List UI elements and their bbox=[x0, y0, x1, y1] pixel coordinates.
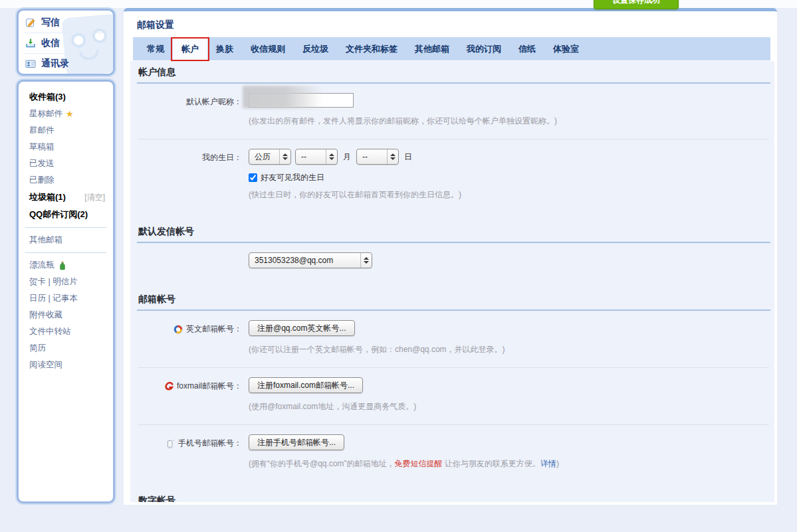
folder-drafts-label: 草稿箱 bbox=[29, 141, 55, 153]
contacts-button[interactable]: 通讯录 bbox=[19, 54, 113, 74]
nickname-row: 默认帐户昵称： bbox=[130, 93, 774, 108]
birthday-row: 我的生日： 公历 -- 月 -- 日 bbox=[130, 149, 774, 165]
select-stepper-icon bbox=[360, 253, 372, 268]
nickname-help-text: (你发出的所有邮件，发件人将显示你的邮箱昵称，你还可以给每个帐户单独设置昵称。) bbox=[249, 116, 774, 127]
select-stepper-icon bbox=[387, 149, 398, 164]
birth-day-value: -- bbox=[357, 149, 387, 164]
calendar-type-select[interactable]: 公历 bbox=[249, 149, 291, 165]
folder-subscriptions-label: QQ邮件订阅(2) bbox=[29, 209, 88, 221]
folder-group-mail[interactable]: 群邮件 bbox=[19, 122, 113, 139]
birthday-visible-label: 好友可见我的生日 bbox=[261, 172, 324, 183]
receive-mail-button[interactable]: 收信 bbox=[19, 33, 113, 53]
birth-month-value: -- bbox=[296, 149, 326, 164]
folder-other-mailboxes[interactable]: 其他邮箱 bbox=[19, 232, 113, 248]
select-stepper-icon bbox=[326, 149, 337, 164]
folder-starred[interactable]: 星标邮件★ bbox=[19, 106, 113, 122]
mobile-help-prefix: (拥有“你的手机号@qq.com”的邮箱地址， bbox=[249, 459, 395, 468]
empty-trash-link[interactable]: [清空] bbox=[84, 192, 105, 203]
app-reading-space[interactable]: 阅读空间 bbox=[19, 357, 113, 373]
section-number-account-title: 数字帐号 bbox=[137, 486, 770, 502]
tab-other-mailboxes[interactable]: 其他邮箱 bbox=[406, 37, 458, 60]
default-sender-row: 3513053238@qq.com bbox=[130, 252, 774, 268]
contacts-card-icon bbox=[25, 58, 36, 69]
tab-anti-spam[interactable]: 反垃圾 bbox=[294, 37, 337, 60]
tab-my-subscriptions[interactable]: 我的订阅 bbox=[458, 37, 510, 60]
app-calendar-notes[interactable]: 日历 | 记事本 bbox=[19, 290, 113, 307]
tab-stationery[interactable]: 信纸 bbox=[510, 37, 544, 60]
tab-account[interactable]: 帐户 bbox=[173, 37, 207, 60]
foxmail-account-row: foxmail邮箱帐号： 注册foxmail.com邮箱帐号... bbox=[130, 377, 774, 393]
divider bbox=[138, 424, 769, 425]
birthday-visible-checkbox[interactable] bbox=[249, 173, 257, 182]
english-account-label: 英文邮箱帐号： bbox=[186, 323, 242, 335]
folder-sent-label: 已发送 bbox=[29, 158, 55, 169]
tab-folders-labels[interactable]: 文件夹和标签 bbox=[337, 37, 406, 60]
foxmail-account-help-text: (使用@foxmail.com地址，沟通更显商务气质。) bbox=[249, 401, 774, 412]
tab-lab[interactable]: 体验室 bbox=[544, 37, 588, 60]
app-reading-label: 阅读空间 bbox=[29, 359, 62, 371]
tab-receive-rules[interactable]: 收信规则 bbox=[242, 37, 294, 60]
section-mail-accounts-title: 邮箱帐号 bbox=[137, 284, 770, 311]
drift-bottle-icon bbox=[58, 261, 67, 270]
app-resume-label: 简历 bbox=[29, 343, 46, 354]
app-drift-bottle[interactable]: 漂流瓶 bbox=[19, 257, 113, 274]
foxmail-logo-icon bbox=[164, 382, 173, 391]
default-sender-select[interactable]: 3513053238@qq.com bbox=[249, 252, 372, 268]
app-resume[interactable]: 简历 bbox=[19, 340, 113, 357]
folder-inbox[interactable]: 收件箱(3) bbox=[19, 88, 113, 106]
birthday-help-text: (快过生日时，你的好友可以在邮箱首页看到你的生日信息。) bbox=[249, 189, 774, 201]
details-link[interactable]: 详情 bbox=[540, 459, 556, 468]
mobile-help-mid: 让你与朋友的联系更方便。 bbox=[443, 459, 540, 468]
day-unit-label: 日 bbox=[404, 151, 412, 163]
mobile-account-help-text: (拥有“你的手机号@qq.com”的邮箱地址，免费短信提醒 让你与朋友的联系更方… bbox=[249, 458, 774, 470]
section-default-sender-title: 默认发信帐号 bbox=[137, 217, 770, 243]
register-foxmail-account-button[interactable]: 注册foxmail.com邮箱帐号... bbox=[249, 377, 363, 393]
folder-trash[interactable]: 垃圾箱(1) [清空] bbox=[19, 189, 113, 206]
mobile-phone-icon bbox=[166, 439, 175, 448]
birth-day-select[interactable]: -- bbox=[356, 149, 399, 165]
free-sms-highlight: 免费短信提醒 bbox=[395, 459, 443, 468]
tab-account-label: 帐户 bbox=[181, 44, 199, 54]
nickname-input[interactable] bbox=[249, 93, 354, 108]
sidebar-folders-card: 收件箱(3) 星标邮件★ 群邮件 草稿箱 已发送 已删除 垃圾箱(1) [清空]… bbox=[17, 80, 115, 503]
divider bbox=[25, 227, 106, 228]
tab-skin[interactable]: 换肤 bbox=[207, 37, 242, 60]
receive-mail-label: 收信 bbox=[41, 37, 60, 49]
compose-mail-button[interactable]: 写信 bbox=[19, 13, 113, 33]
app-attachment-favorites[interactable]: 附件收藏 bbox=[19, 307, 113, 323]
star-icon: ★ bbox=[66, 109, 74, 119]
folder-other-label: 其他邮箱 bbox=[29, 234, 62, 246]
foxmail-account-label: foxmail邮箱帐号： bbox=[177, 381, 242, 392]
mobile-account-label: 手机号邮箱帐号： bbox=[178, 438, 242, 449]
birthday-label: 我的生日： bbox=[130, 149, 242, 163]
mobile-account-row: 手机号邮箱帐号： 注册手机号邮箱帐号... bbox=[130, 434, 774, 450]
tab-general[interactable]: 常规 bbox=[138, 37, 173, 60]
sidebar-actions-card: 写信 收信 通讯录 bbox=[17, 9, 115, 76]
register-mobile-account-button[interactable]: 注册手机号邮箱帐号... bbox=[249, 434, 344, 450]
save-success-toast: 设置保存成功 bbox=[594, 0, 679, 9]
app-greeting-cards[interactable]: 贺卡 | 明信片 bbox=[19, 274, 113, 290]
english-account-colorwheel-icon bbox=[173, 325, 183, 334]
folder-deleted-label: 已删除 bbox=[29, 175, 55, 186]
folder-trash-label: 垃圾箱(1) bbox=[29, 191, 66, 203]
folder-sent[interactable]: 已发送 bbox=[19, 155, 113, 172]
folder-qq-subscriptions[interactable]: QQ邮件订阅(2) bbox=[19, 206, 113, 223]
app-file-transfer[interactable]: 文件中转站 bbox=[19, 323, 113, 340]
compose-mail-label: 写信 bbox=[41, 17, 60, 29]
app-cards-label: 贺卡 | 明信片 bbox=[29, 276, 78, 288]
register-english-account-button[interactable]: 注册@qq.com英文帐号... bbox=[249, 320, 355, 336]
compose-pencil-icon bbox=[25, 17, 36, 28]
folder-deleted[interactable]: 已删除 bbox=[19, 172, 113, 189]
divider bbox=[25, 252, 106, 253]
birth-month-select[interactable]: -- bbox=[295, 149, 338, 165]
select-stepper-icon bbox=[279, 149, 290, 164]
app-bottle-label: 漂流瓶 bbox=[29, 260, 55, 271]
calendar-type-value: 公历 bbox=[249, 149, 279, 164]
month-unit-label: 月 bbox=[343, 151, 351, 163]
page-title: 邮箱设置 bbox=[124, 11, 777, 31]
section-account-info-title: 帐户信息 bbox=[137, 61, 770, 84]
app-attach-label: 附件收藏 bbox=[29, 310, 62, 321]
nickname-label: 默认帐户昵称： bbox=[130, 93, 242, 108]
contacts-label: 通讯录 bbox=[41, 58, 69, 70]
folder-drafts[interactable]: 草稿箱 bbox=[19, 139, 113, 155]
